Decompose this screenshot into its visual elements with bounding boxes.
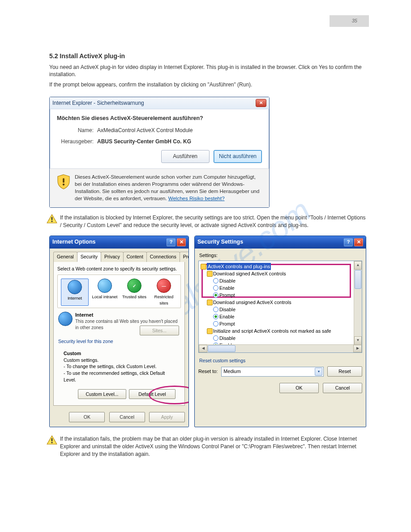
svg-point-1 — [63, 184, 64, 185]
page-number: 35 — [352, 17, 357, 24]
zone-selector: Internet Local intranet ✓ Trusted sites — [57, 275, 181, 308]
radio-enable[interactable]: Enable — [201, 284, 354, 292]
security-settings-dialog: Security Settings ? ✕ Settings: ActiveX … — [194, 236, 366, 427]
tab-security[interactable]: Security — [77, 252, 101, 262]
vertical-scrollbar[interactable]: ▲ ▼ — [354, 261, 362, 345]
publisher-label: Herausgeber: — [57, 138, 97, 146]
close-icon[interactable]: ✕ — [177, 238, 186, 246]
svg-rect-2 — [51, 217, 52, 220]
scroll-down-icon[interactable]: ▼ — [354, 336, 362, 345]
dont-run-button[interactable]: Nicht ausführen — [214, 150, 262, 163]
internet-options-title: Internet Options — [52, 238, 96, 246]
publisher-value: ABUS Security-Center GmbH Co. KG — [97, 138, 262, 146]
document-page: 35 manualshive.com 5.2 Install ActiveX p… — [0, 0, 411, 532]
svg-rect-4 — [51, 438, 52, 442]
radio-enable[interactable]: Enable — [201, 313, 354, 320]
run-button[interactable]: Ausführen — [161, 150, 210, 163]
dialog-footer-text: Dieses ActiveX-Steuerelement wurde schon… — [75, 173, 264, 202]
warning-icon — [47, 214, 57, 226]
zone-internet[interactable]: Internet — [61, 279, 89, 306]
security-settings-title: Security Settings — [197, 238, 243, 246]
scroll-thumb[interactable] — [355, 270, 361, 289]
page-number-box — [330, 15, 369, 27]
zone-hint: Select a Web content zone to specify its… — [57, 266, 181, 272]
intranet-icon — [98, 279, 112, 293]
settings-label: Settings: — [199, 252, 362, 259]
radio-disable[interactable]: Disable — [201, 277, 354, 284]
subgroup-init-script[interactable]: Initialize and script ActiveX controls n… — [201, 327, 354, 335]
dialog-question: Möchten Sie dieses ActiveX-Steuerelement… — [57, 115, 262, 123]
dialog-titlebar: Internet Explorer - Sicherheitswarnung ✕ — [50, 97, 269, 109]
name-value: AxMediaControl ActiveX Control Module — [97, 127, 262, 134]
reset-to-label: Reset to: — [198, 368, 218, 375]
intro-paragraph-1: You need an ActiveX plug-in for video di… — [49, 64, 366, 79]
svg-rect-0 — [63, 178, 64, 183]
check-icon: ✓ — [127, 279, 141, 293]
zone-restricted-sites[interactable]: — Restricted sites — [150, 279, 177, 306]
ok-button[interactable]: OK — [69, 412, 105, 422]
horizontal-scrollbar[interactable]: ◀ ▶ — [199, 344, 362, 352]
warning-icon — [47, 435, 57, 447]
chevron-down-icon[interactable]: ▾ — [315, 368, 322, 376]
globe-icon — [58, 312, 73, 326]
intro-paragraph-2: If the prompt below appears, confirm the… — [49, 81, 366, 89]
close-icon[interactable]: ✕ — [354, 238, 363, 246]
close-icon[interactable]: ✕ — [256, 99, 266, 107]
section-heading: 5.2 Install ActiveX plug-in — [49, 52, 366, 61]
apply-button[interactable]: Apply — [149, 412, 185, 422]
tab-content[interactable]: Content — [123, 252, 147, 262]
reset-custom-label: Reset custom settings — [199, 357, 362, 364]
globe-icon — [68, 280, 82, 294]
zone-title: Internet — [75, 312, 180, 318]
custom-line-1: Custom settings. — [64, 357, 175, 364]
scroll-up-icon[interactable]: ▲ — [354, 261, 362, 270]
reset-to-combo[interactable]: Medium ▾ — [221, 367, 324, 377]
custom-level-button[interactable]: Custom Level... — [78, 389, 126, 399]
warning-text-2: If the installation fails, the problem m… — [60, 435, 366, 458]
security-level-label: Security level for this zone — [58, 338, 181, 345]
help-icon[interactable]: ? — [167, 238, 176, 246]
reset-button[interactable]: Reset — [327, 366, 362, 377]
radio-disable[interactable]: Disable — [201, 306, 354, 313]
tab-strip: General Security Privacy Content Connect… — [53, 251, 185, 262]
restricted-icon: — — [157, 279, 171, 293]
scroll-left-icon[interactable]: ◀ — [199, 345, 207, 352]
cancel-button[interactable]: Cancel — [109, 412, 145, 422]
name-label: Name: — [57, 127, 97, 134]
radio-prompt[interactable]: Prompt — [201, 292, 354, 299]
ie-security-warning-dialog: Internet Explorer - Sicherheitswarnung ✕… — [49, 97, 270, 208]
shield-icon — [57, 174, 70, 202]
dialog-title: Internet Explorer - Sicherheitswarnung — [52, 99, 144, 107]
scroll-thumb[interactable] — [208, 345, 235, 352]
custom-title: Custom — [64, 350, 175, 357]
tab-programs[interactable]: Programs — [180, 252, 189, 262]
tab-general[interactable]: General — [53, 252, 77, 262]
sites-button[interactable]: Sites... — [140, 326, 179, 336]
cancel-button[interactable]: Cancel — [323, 383, 362, 393]
custom-line-2: - To change the settings, click Custom L… — [64, 363, 175, 370]
risk-link[interactable]: Welches Risiko besteht? — [168, 196, 225, 201]
tab-privacy[interactable]: Privacy — [101, 252, 124, 262]
help-icon[interactable]: ? — [344, 238, 353, 246]
scroll-right-icon[interactable]: ▶ — [353, 345, 362, 352]
default-level-button[interactable]: Default Level — [129, 389, 176, 399]
tab-connections[interactable]: Connections — [146, 252, 180, 262]
custom-line-3: - To use the recommended settings, click… — [64, 370, 175, 383]
zone-local-intranet[interactable]: Local intranet — [91, 279, 118, 306]
svg-point-5 — [51, 442, 53, 443]
subgroup-signed[interactable]: Download signed ActiveX controls — [201, 270, 354, 277]
subgroup-unsigned[interactable]: Download unsigned ActiveX controls — [201, 299, 354, 306]
ok-button[interactable]: OK — [279, 383, 319, 393]
warning-text-1: If the installation is blocked by Intern… — [60, 214, 366, 229]
internet-options-dialog: Internet Options ? ✕ General Security Pr… — [49, 236, 189, 427]
reset-to-value: Medium — [223, 368, 240, 375]
svg-point-3 — [51, 221, 53, 222]
zone-trusted-sites[interactable]: ✓ Trusted sites — [121, 279, 148, 306]
radio-disable[interactable]: Disable — [201, 335, 354, 342]
radio-prompt[interactable]: Prompt — [201, 320, 354, 327]
group-activex[interactable]: ActiveX controls and plug-ins — [201, 263, 354, 270]
settings-tree[interactable]: ActiveX controls and plug-ins Download s… — [198, 261, 362, 353]
